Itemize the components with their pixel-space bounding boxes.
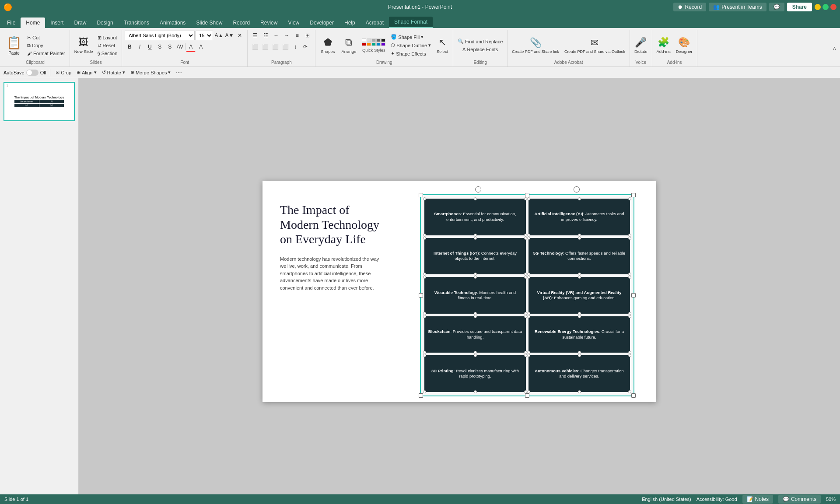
italic-button[interactable]: I [135,42,144,52]
quick-styles-button[interactable]: Quick Styles [360,32,387,59]
card-handle-bm[interactable] [578,273,581,276]
card-handle-bl[interactable] [423,390,426,393]
tab-file[interactable]: File [2,18,21,28]
font-size-select[interactable]: 15 [196,31,213,40]
card-handle-tl[interactable] [423,197,426,200]
card-handle-bm[interactable] [578,351,581,354]
card-handle-bl[interactable] [527,234,530,237]
card-handle-tr[interactable] [524,237,527,240]
card-handle-tr[interactable] [524,276,527,279]
tab-draw[interactable]: Draw [69,18,91,28]
rotate-button[interactable]: ↺ Rotate ▾ [100,69,127,76]
notes-button[interactable]: 📝 Notes [742,495,773,504]
comments-button[interactable]: 💬 Comments [778,495,821,504]
card-handle-tr[interactable] [628,197,631,200]
card-handle-tr[interactable] [524,197,527,200]
bold-button[interactable]: B [125,42,134,52]
line-spacing-button[interactable]: ≡ [292,31,302,40]
maximize-button[interactable] [822,4,829,10]
comment-button[interactable]: 💬 [769,3,784,11]
card-handle-br[interactable] [524,273,527,276]
tab-shape-format[interactable]: Shape Format [389,17,433,28]
card-iot[interactable]: Internet of Things (IoT): Connects every… [424,238,526,275]
text-direction-button[interactable]: ↕ [290,42,300,52]
card-blockchain[interactable]: Blockchain: Provides secure and transpar… [424,316,526,353]
shape-fill-button[interactable]: 🪣 Shape Fill ▾ [389,33,433,41]
card-handle-tl[interactable] [423,315,426,318]
clear-format-button[interactable]: ✕ [235,31,245,40]
align-right-button[interactable]: ⬜ [270,42,280,52]
card-handle-bl[interactable] [527,273,530,276]
tab-developer[interactable]: Developer [304,18,339,28]
shape-effects-button[interactable]: ✦ Shape Effects [389,50,433,57]
autosave-track[interactable] [26,70,38,76]
outdent-button[interactable]: ← [271,31,281,40]
font-family-select[interactable]: Albert Sans Light (Body) [125,31,195,40]
card-handle-br[interactable] [524,390,527,393]
card-renewable[interactable]: Renewable Energy Technologies: Crucial f… [528,316,630,353]
card-handle-tl[interactable] [423,237,426,240]
merge-shapes-button[interactable]: ⊕ Merge Shapes ▾ [129,69,173,76]
card-handle-br[interactable] [628,312,631,315]
card-handle-br[interactable] [628,234,631,237]
sel-handle-tm[interactable] [525,193,529,197]
card-handle-tr[interactable] [524,354,527,357]
card-handle-tm[interactable] [474,237,477,240]
tab-record[interactable]: Record [228,18,255,28]
bullets-button[interactable]: ☰ [250,31,260,40]
tab-slideshow[interactable]: Slide Show [191,18,228,28]
card-autonomous-vehicles[interactable]: Autonomous Vehicles: Changes transportat… [528,355,630,392]
create-pdf-outlook-button[interactable]: ✉ Create PDF and Share via Outlook [563,32,627,59]
grid-container[interactable]: Smartphones: Essential for communication… [420,194,634,396]
card-handle-tl[interactable] [527,237,530,240]
card-handle-tl[interactable] [527,315,530,318]
card-handle-tm[interactable] [578,276,581,279]
tab-review[interactable]: Review [255,18,283,28]
card-handle-tr[interactable] [524,315,527,318]
section-button[interactable]: § Section [96,50,119,57]
record-button[interactable]: ⏺ Record [673,3,706,11]
paste-button[interactable]: 📋 Paste [4,32,24,59]
sel-handle-bm[interactable] [525,393,529,398]
tab-design[interactable]: Design [91,18,118,28]
numbering-button[interactable]: ☷ [261,31,270,40]
card-handle-tr[interactable] [628,315,631,318]
card-handle-tm[interactable] [578,197,581,200]
shapes-button[interactable]: ⬟ Shapes [318,32,337,59]
card-handle-tl[interactable] [423,354,426,357]
new-slide-button[interactable]: 🖼 New Slide [73,32,95,59]
highlight-color-button[interactable]: A [196,42,206,52]
underline-button[interactable]: U [145,42,154,52]
create-pdf-share-link-button[interactable]: 📎 Create PDF and Share link [510,32,561,59]
replace-fonts-button[interactable]: A Replace Fonts [461,46,500,53]
card-handle-bl[interactable] [527,312,530,315]
card-handle-bm[interactable] [474,234,477,237]
cut-button[interactable]: ✂ Cut [25,34,67,42]
designer-button[interactable]: 🎨 Designer [674,32,694,59]
addins-button[interactable]: 🧩 Add-ins [655,32,672,59]
char-spacing-button[interactable]: AV [175,42,185,52]
card-handle-bl[interactable] [423,234,426,237]
slide-thumbnail[interactable]: 1 The Impact of Modern Technology Smartp… [4,82,75,121]
card-3d-printing[interactable]: 3D Printing: Revolutionizes manufacturin… [424,355,526,392]
select-button[interactable]: ↖ Select [434,32,450,59]
find-replace-button[interactable]: 🔍 Find and Replace [456,38,504,45]
card-handle-bm[interactable] [578,234,581,237]
font-size-decrease-button[interactable]: A▼ [224,31,234,40]
tab-acrobat[interactable]: Acrobat [360,18,389,28]
card-handle-bl[interactable] [423,312,426,315]
strikethrough-button[interactable]: S [155,42,164,52]
card-handle-bl[interactable] [527,390,530,393]
sel-handle-ml[interactable] [419,293,423,298]
shadow-button[interactable]: S [165,42,175,52]
align-center-button[interactable]: ⬜ [260,42,270,52]
card-handle-tm[interactable] [578,354,581,357]
present-teams-button[interactable]: 👥 Present in Teams [709,3,766,11]
card-5g[interactable]: 5G Technology: Offers faster speeds and … [528,238,630,275]
card-handle-br[interactable] [628,351,631,354]
tab-view[interactable]: View [283,18,304,28]
card-handle-bm[interactable] [578,312,581,315]
align-left-button[interactable]: ⬜ [250,42,260,52]
sel-handle-tr[interactable] [631,193,636,197]
card-handle-tm[interactable] [474,276,477,279]
